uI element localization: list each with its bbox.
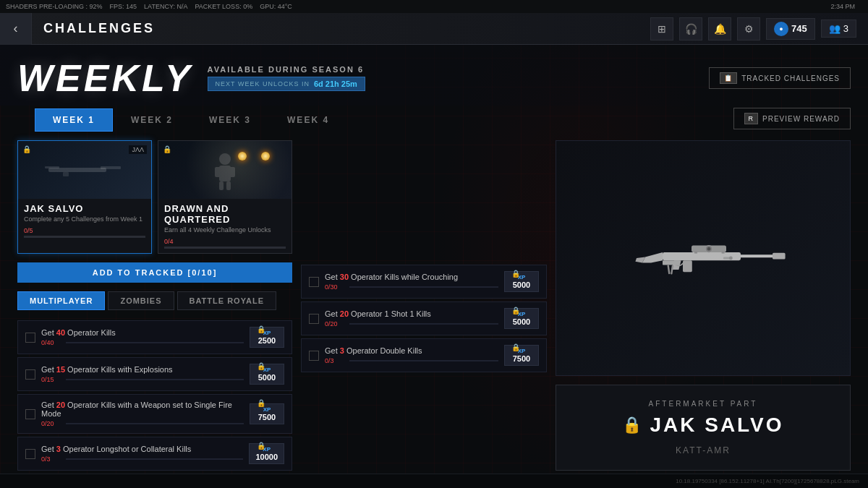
tracked-challenges-button[interactable]: 📋 TRACKED CHALLENGES xyxy=(709,67,851,89)
mid-prog-bar-1 xyxy=(349,323,498,325)
drawn-quartered-info: DRAWN AND QUARTERED Earn all 4 Weekly Ch… xyxy=(158,199,292,238)
currency-amount: 745 xyxy=(791,23,807,34)
challenge-progress-0: 0/40 xyxy=(41,339,244,346)
friends-box[interactable]: 👥 3 xyxy=(821,20,856,38)
challenge-info-3: Get 3 Operator Longshot or Collateral Ki… xyxy=(41,445,243,463)
aftermarket-box: AFTERMARKET PART 🔒 JAK SALVO KATT-AMR xyxy=(556,385,851,471)
week-tab-4[interactable]: WEEK 4 xyxy=(269,108,347,132)
mid-highlight-1: 20 xyxy=(340,309,349,318)
challenge-check-2[interactable] xyxy=(25,409,35,419)
hud-fps: FPS: 145 xyxy=(110,3,137,10)
challenge-item-0: Get 40 Operator Kills 0/40 🔒 XP 2500 xyxy=(17,320,292,354)
headphones-icon[interactable]: 🎧 xyxy=(679,17,702,40)
challenge-lock-2: 🔒 xyxy=(257,399,265,407)
drawn-quartered-image: 🔒 xyxy=(158,141,292,199)
challenge-info-0: Get 40 Operator Kills 0/40 xyxy=(41,328,244,346)
reward-card-drawn[interactable]: 🔒 xyxy=(158,140,292,254)
left-panel: 🔒 JΛΛ JAK SALVO Complete any 5 Challenge… xyxy=(17,140,292,471)
mid-challenge-desc-0: Get 30 Operator Kills while Crouching xyxy=(325,273,498,281)
mid-progress-2: 0/3 xyxy=(325,357,498,364)
svg-point-4 xyxy=(219,153,231,165)
svg-point-15 xyxy=(707,247,711,251)
drawn-progress-text: 0/4 xyxy=(164,238,286,245)
mid-desc-pre-1: Get xyxy=(325,309,340,318)
back-button[interactable]: ‹ xyxy=(0,13,32,45)
challenge-info-2: Get 20 Operator Kills with a Weapon set … xyxy=(41,401,244,427)
svg-rect-22 xyxy=(667,265,670,274)
mid-progress-0: 0/30 xyxy=(325,283,498,291)
week-tabs-row: WEEK 1 WEEK 2 WEEK 3 WEEK 4 R PREVIEW RE… xyxy=(0,106,868,132)
drawn-lock-icon: 🔒 xyxy=(163,145,171,153)
week-tab-1[interactable]: WEEK 1 xyxy=(35,108,113,132)
challenge-prog-text-2: 0/20 xyxy=(41,420,61,427)
svg-rect-16 xyxy=(694,251,697,253)
mid-challenge-desc-1: Get 20 Operator 1 Shot 1 Kills xyxy=(325,309,498,318)
week-tab-3[interactable]: WEEK 3 xyxy=(191,108,269,132)
jak-brand-tag: JΛΛ xyxy=(129,145,147,154)
preview-reward-button[interactable]: R PREVIEW REWARD xyxy=(733,108,851,129)
challenge-desc-0: Get 40 Operator Kills xyxy=(41,328,244,337)
mid-challenge-check-2[interactable] xyxy=(309,351,319,361)
challenge-desc-post-1: Operator Kills with Explosions xyxy=(65,365,173,374)
drawn-quartered-desc: Earn all 4 Weekly Challenge Unlocks xyxy=(164,226,286,234)
challenge-prog-text-1: 0/15 xyxy=(41,376,61,383)
challenge-desc-post-0: Operator Kills xyxy=(65,328,116,337)
svg-rect-20 xyxy=(683,260,692,272)
bell-icon[interactable]: 🔔 xyxy=(708,17,731,40)
mid-challenge-info-2: Get 3 Operator Double Kills 0/3 xyxy=(325,346,498,364)
challenge-check-1[interactable] xyxy=(25,369,35,380)
right-panel: AFTERMARKET PART 🔒 JAK SALVO KATT-AMR xyxy=(556,140,851,471)
jak-salvo-progress-text: 0/5 xyxy=(24,227,145,234)
challenge-xp-3: XP 10000 xyxy=(249,443,284,464)
jak-salvo-lock-icon: 🔒 xyxy=(22,145,31,153)
reward-card-jak-salvo[interactable]: 🔒 JΛΛ JAK SALVO Complete any 5 Challenge… xyxy=(17,140,152,254)
challenge-item-3: Get 3 Operator Longshot or Collateral Ki… xyxy=(17,437,292,471)
challenge-lock-3: 🔒 xyxy=(257,442,265,450)
jak-salvo-progress: 0/5 xyxy=(18,227,151,242)
gun-preview-area xyxy=(556,140,851,376)
preview-label: PREVIEW REWARD xyxy=(762,115,840,123)
mid-challenge-check-1[interactable] xyxy=(309,314,319,324)
challenge-item-2: Get 20 Operator Kills with a Weapon set … xyxy=(17,394,292,434)
challenge-xp-2: XP 7500 xyxy=(250,403,284,424)
jak-salvo-desc: Complete any 5 Challenges from Week 1 xyxy=(24,215,145,223)
mode-tab-battle-royale[interactable]: BATTLE ROYALE xyxy=(177,291,276,310)
mid-desc-pre-0: Get xyxy=(325,273,340,281)
currency-icon: ● xyxy=(774,22,788,36)
mode-tabs: MULTIPLAYER ZOMBIES BATTLE ROYALE xyxy=(17,291,292,310)
mode-tab-multiplayer[interactable]: MULTIPLAYER xyxy=(17,291,105,310)
mode-tab-zombies[interactable]: ZOMBIES xyxy=(108,291,174,310)
jak-salvo-title: JAK SALVO xyxy=(24,203,145,214)
svg-rect-3 xyxy=(63,172,69,176)
settings-icon[interactable]: ⚙ xyxy=(737,17,760,40)
week-tab-2[interactable]: WEEK 2 xyxy=(113,108,191,132)
challenge-xp-0: XP 2500 xyxy=(250,327,284,348)
svg-rect-23 xyxy=(671,265,673,275)
currency-box[interactable]: ● 745 xyxy=(766,18,815,40)
gun-preview-svg xyxy=(616,235,790,281)
svg-rect-1 xyxy=(45,166,59,168)
hud-latency: LATENCY: N/A xyxy=(144,3,187,10)
grid-icon[interactable]: ⊞ xyxy=(650,17,673,40)
aftermarket-label: AFTERMARKET PART xyxy=(574,400,833,408)
add-tracked-button[interactable]: ADD TO TRACKED [0/10] xyxy=(17,262,292,283)
mid-challenge-check-0[interactable] xyxy=(309,277,319,287)
xp-icon-2: XP xyxy=(256,406,278,413)
challenge-prog-bar-3 xyxy=(66,458,243,460)
challenge-progress-3: 0/3 xyxy=(41,455,243,463)
dq-light-2 xyxy=(261,152,270,160)
page-title: CHALLENGES xyxy=(32,21,650,36)
challenge-check-3[interactable] xyxy=(25,449,35,459)
mid-challenge-info-1: Get 20 Operator 1 Shot 1 Kills 0/20 xyxy=(325,309,498,328)
challenge-highlight-2: 20 xyxy=(56,401,65,409)
challenge-highlight-1: 15 xyxy=(56,365,65,374)
mid-challenge-item-0: Get 30 Operator Kills while Crouching 0/… xyxy=(301,265,547,299)
status-bar: 10.18.19750334 [86.152.11278+1] AI.Th[72… xyxy=(0,474,868,488)
mid-prog-text-1: 0/20 xyxy=(325,320,345,328)
svg-rect-21 xyxy=(663,260,680,265)
mid-challenge-info-0: Get 30 Operator Kills while Crouching 0/… xyxy=(325,273,498,291)
mid-challenge-desc-2: Get 3 Operator Double Kills xyxy=(325,346,498,355)
challenge-check-0[interactable] xyxy=(25,333,35,343)
challenge-prog-bar-2 xyxy=(66,423,244,424)
xp-val-2: 7500 xyxy=(256,413,278,421)
